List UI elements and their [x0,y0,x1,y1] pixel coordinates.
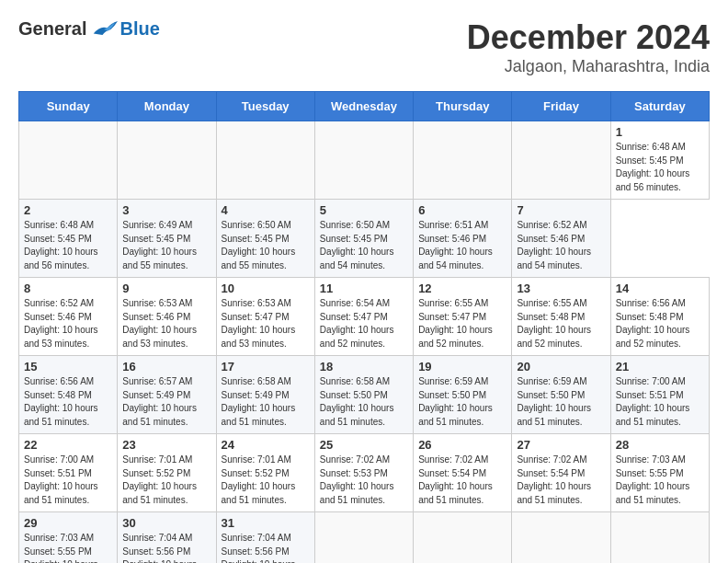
day-info: Sunrise: 6:49 AMSunset: 5:45 PMDaylight:… [122,219,210,272]
logo-bird-icon [90,19,118,40]
day-number: 8 [24,282,112,295]
day-cell-13: 13Sunrise: 6:55 AMSunset: 5:48 PMDayligh… [512,278,610,356]
day-info: Sunrise: 6:50 AMSunset: 5:45 PMDaylight:… [320,219,408,272]
day-number: 25 [320,438,408,452]
day-info: Sunrise: 7:02 AMSunset: 5:53 PMDaylight:… [320,454,408,507]
empty-cell [314,121,413,200]
day-number: 19 [418,360,506,373]
day-number: 24 [222,438,310,452]
title-section: December 2024 Jalgaon, Maharashtra, Indi… [467,18,710,76]
day-cell-8: 8Sunrise: 6:52 AMSunset: 5:46 PMDaylight… [19,278,118,356]
day-cell-26: 26Sunrise: 7:02 AMSunset: 5:54 PMDayligh… [414,434,512,512]
day-number: 15 [24,360,112,373]
day-cell-15: 15Sunrise: 6:56 AMSunset: 5:48 PMDayligh… [19,356,118,434]
day-number: 20 [517,360,605,373]
calendar-header-row: SundayMondayTuesdayWednesdayThursdayFrid… [19,92,710,121]
day-cell-22: 22Sunrise: 7:00 AMSunset: 5:51 PMDayligh… [19,434,118,512]
day-info: Sunrise: 6:56 AMSunset: 5:48 PMDaylight:… [616,297,704,350]
day-info: Sunrise: 6:53 AMSunset: 5:47 PMDaylight:… [222,297,310,350]
day-info: Sunrise: 6:50 AMSunset: 5:45 PMDaylight:… [222,219,310,272]
day-cell-27: 27Sunrise: 7:02 AMSunset: 5:54 PMDayligh… [512,434,610,512]
day-number: 21 [616,360,704,373]
empty-cell [414,512,512,564]
day-cell-28: 28Sunrise: 7:03 AMSunset: 5:55 PMDayligh… [610,434,709,512]
empty-cell [610,512,709,564]
location-subtitle: Jalgaon, Maharashtra, India [467,57,710,76]
day-info: Sunrise: 6:55 AMSunset: 5:47 PMDaylight:… [418,297,506,350]
day-info: Sunrise: 7:00 AMSunset: 5:51 PMDaylight:… [24,454,112,507]
day-cell-5: 5Sunrise: 6:50 AMSunset: 5:45 PMDaylight… [314,200,413,278]
day-number: 16 [122,360,210,373]
day-info: Sunrise: 7:01 AMSunset: 5:52 PMDaylight:… [122,454,210,507]
day-number: 18 [320,360,408,373]
day-number: 1 [616,125,704,139]
day-info: Sunrise: 6:57 AMSunset: 5:49 PMDaylight:… [122,375,210,429]
day-cell-31: 31Sunrise: 7:04 AMSunset: 5:56 PMDayligh… [216,512,314,564]
day-number: 26 [418,438,506,452]
day-number: 4 [222,203,310,217]
day-number: 5 [320,203,408,217]
logo-general-text: General [18,18,86,40]
header-thursday: Thursday [414,92,512,121]
page-header: General Blue December 2024 Jalgaon, Maha… [18,18,710,76]
day-info: Sunrise: 6:56 AMSunset: 5:48 PMDaylight:… [24,375,112,429]
empty-cell [118,121,216,200]
day-number: 22 [24,438,112,452]
header-wednesday: Wednesday [314,92,413,121]
day-number: 14 [616,282,704,295]
day-number: 7 [517,203,605,217]
empty-cell [512,512,610,564]
day-number: 10 [222,282,310,295]
calendar-table: SundayMondayTuesdayWednesdayThursdayFrid… [18,91,710,563]
logo: General Blue [18,18,160,40]
day-number: 6 [418,203,506,217]
day-cell-3: 3Sunrise: 6:49 AMSunset: 5:45 PMDaylight… [118,200,216,278]
day-info: Sunrise: 7:00 AMSunset: 5:51 PMDaylight:… [616,375,704,429]
day-info: Sunrise: 7:04 AMSunset: 5:56 PMDaylight:… [222,532,310,563]
day-info: Sunrise: 6:53 AMSunset: 5:46 PMDaylight:… [122,297,210,350]
day-cell-4: 4Sunrise: 6:50 AMSunset: 5:45 PMDaylight… [216,200,314,278]
day-info: Sunrise: 7:02 AMSunset: 5:54 PMDaylight:… [418,454,506,507]
day-cell-14: 14Sunrise: 6:56 AMSunset: 5:48 PMDayligh… [610,278,709,356]
day-cell-17: 17Sunrise: 6:58 AMSunset: 5:49 PMDayligh… [216,356,314,434]
day-cell-18: 18Sunrise: 6:58 AMSunset: 5:50 PMDayligh… [314,356,413,434]
day-number: 27 [517,438,605,452]
day-info: Sunrise: 7:03 AMSunset: 5:55 PMDaylight:… [616,454,704,507]
day-cell-1: 1Sunrise: 6:48 AMSunset: 5:45 PMDaylight… [610,121,709,200]
day-number: 23 [122,438,210,452]
day-number: 29 [24,516,112,530]
day-cell-30: 30Sunrise: 7:04 AMSunset: 5:56 PMDayligh… [118,512,216,564]
day-number: 28 [616,438,704,452]
day-cell-6: 6Sunrise: 6:51 AMSunset: 5:46 PMDaylight… [414,200,512,278]
day-cell-2: 2Sunrise: 6:48 AMSunset: 5:45 PMDaylight… [19,200,118,278]
day-info: Sunrise: 7:01 AMSunset: 5:52 PMDaylight:… [222,454,310,507]
header-tuesday: Tuesday [216,92,314,121]
day-cell-25: 25Sunrise: 7:02 AMSunset: 5:53 PMDayligh… [314,434,413,512]
day-number: 17 [222,360,310,373]
day-number: 2 [24,203,112,217]
empty-cell [19,121,118,200]
day-cell-9: 9Sunrise: 6:53 AMSunset: 5:46 PMDaylight… [118,278,216,356]
day-info: Sunrise: 6:58 AMSunset: 5:50 PMDaylight:… [320,375,408,429]
empty-cell [216,121,314,200]
day-cell-21: 21Sunrise: 7:00 AMSunset: 5:51 PMDayligh… [610,356,709,434]
day-number: 12 [418,282,506,295]
day-cell-11: 11Sunrise: 6:54 AMSunset: 5:47 PMDayligh… [314,278,413,356]
day-info: Sunrise: 6:54 AMSunset: 5:47 PMDaylight:… [320,297,408,350]
day-cell-29: 29Sunrise: 7:03 AMSunset: 5:55 PMDayligh… [19,512,118,564]
day-info: Sunrise: 6:48 AMSunset: 5:45 PMDaylight:… [616,141,704,194]
day-cell-24: 24Sunrise: 7:01 AMSunset: 5:52 PMDayligh… [216,434,314,512]
header-saturday: Saturday [610,92,709,121]
day-number: 11 [320,282,408,295]
day-info: Sunrise: 7:02 AMSunset: 5:54 PMDaylight:… [517,454,605,507]
logo-blue-text: Blue [119,18,159,40]
day-number: 13 [517,282,605,295]
day-cell-16: 16Sunrise: 6:57 AMSunset: 5:49 PMDayligh… [118,356,216,434]
day-cell-10: 10Sunrise: 6:53 AMSunset: 5:47 PMDayligh… [216,278,314,356]
day-info: Sunrise: 6:51 AMSunset: 5:46 PMDaylight:… [418,219,506,272]
day-cell-20: 20Sunrise: 6:59 AMSunset: 5:50 PMDayligh… [512,356,610,434]
day-info: Sunrise: 7:04 AMSunset: 5:56 PMDaylight:… [122,532,210,563]
day-info: Sunrise: 6:48 AMSunset: 5:45 PMDaylight:… [24,219,112,272]
day-info: Sunrise: 6:55 AMSunset: 5:48 PMDaylight:… [517,297,605,350]
day-info: Sunrise: 6:52 AMSunset: 5:46 PMDaylight:… [517,219,605,272]
